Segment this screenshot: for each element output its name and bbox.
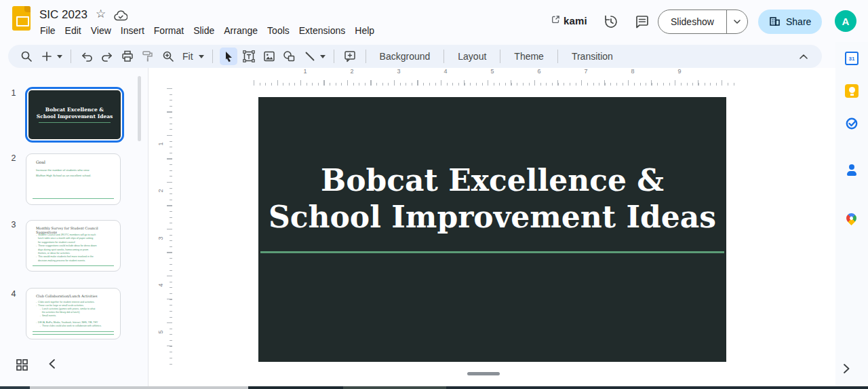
insert-image-icon[interactable] — [260, 48, 278, 65]
horizontal-ruler — [254, 77, 735, 86]
insert-shape-icon[interactable] — [281, 48, 298, 65]
slide-title-line-1: Bobcat Excellence & — [258, 162, 726, 199]
slide-3-accent-line — [33, 265, 114, 266]
account-avatar[interactable]: A — [835, 10, 856, 32]
google-side-panel: 31 — [835, 42, 868, 386]
redo-icon[interactable] — [98, 48, 116, 65]
menu-tools[interactable]: Tools — [262, 24, 294, 37]
insert-comment-icon[interactable] — [341, 48, 359, 65]
menu-arrange[interactable]: Arrange — [219, 24, 262, 37]
h-ruler-8: 8 — [629, 68, 636, 75]
share-label: Share — [786, 16, 811, 27]
h-ruler-9: 9 — [675, 68, 683, 75]
grid-view-icon[interactable] — [16, 359, 28, 373]
slide-4-thumbnail[interactable]: Club Collaboration/Lunch Activities - Cl… — [26, 288, 121, 339]
menu-slide[interactable]: Slide — [189, 24, 219, 37]
slide-2-accent-line — [33, 198, 114, 199]
keep-icon[interactable] — [845, 84, 859, 98]
tasks-icon[interactable] — [845, 117, 859, 133]
bottom-strip-segment — [30, 386, 248, 389]
slide-2-title: Goal — [36, 160, 45, 164]
star-icon[interactable]: ☆ — [96, 8, 106, 20]
theme-button[interactable]: Theme — [507, 48, 551, 64]
h-ruler-1: 1 — [301, 68, 309, 75]
menu-extensions[interactable]: Extensions — [294, 24, 350, 37]
text-box-icon[interactable] — [240, 48, 258, 65]
menu-help[interactable]: Help — [350, 24, 379, 37]
slideshow-dropdown[interactable] — [727, 20, 747, 24]
expand-side-panel-icon[interactable] — [844, 364, 850, 376]
menu-view[interactable]: View — [86, 24, 116, 37]
google-slides-logo[interactable] — [12, 6, 31, 31]
slideshow-label: Slideshow — [658, 16, 726, 27]
slide-accent-line — [260, 251, 724, 253]
menu-format[interactable]: Format — [149, 24, 189, 37]
slide-1-accent-line — [39, 122, 111, 123]
menu-insert[interactable]: Insert — [116, 24, 149, 37]
insert-line-dropdown-icon[interactable] — [319, 55, 327, 58]
slide-3-thumbnail[interactable]: Monthly Survey for Student Council Sugge… — [26, 220, 121, 272]
slide-2-body: Increase the number of students who view… — [36, 168, 116, 179]
slide-canvas-area: 1 2 3 4 5 6 7 8 9 1 2 3 4 5 Bobcat Excel… — [148, 68, 835, 386]
speaker-notes-handle[interactable] — [467, 372, 500, 375]
slide-3-number: 3 — [8, 220, 19, 229]
external-link-icon — [551, 14, 560, 26]
zoom-fit-dropdown-icon[interactable] — [197, 55, 205, 58]
h-ruler-2: 2 — [348, 68, 355, 75]
menu-bar: File Edit View Insert Format Slide Arran… — [35, 24, 379, 37]
menu-edit[interactable]: Edit — [60, 24, 86, 37]
slide-3-body: - Student Council and JROTC members will… — [36, 234, 116, 263]
slide-4-title: Club Collaboration/Lunch Activities — [36, 294, 98, 298]
paint-format-icon[interactable] — [139, 48, 157, 65]
comments-icon[interactable] — [634, 14, 650, 33]
new-slide-icon[interactable] — [38, 48, 56, 65]
slide-1-thumbnail[interactable]: Bobcat Excellence & School Improvement I… — [25, 87, 124, 143]
v-ruler-1: 1 — [157, 141, 164, 147]
bottom-strip-segment — [248, 386, 343, 389]
select-tool-icon[interactable] — [220, 48, 237, 65]
collapse-filmstrip-icon[interactable] — [49, 359, 55, 371]
search-menus-icon[interactable] — [18, 48, 35, 65]
slide-2-number: 2 — [8, 153, 19, 163]
bottom-strip-segment — [343, 386, 446, 389]
print-icon[interactable] — [119, 48, 136, 65]
slide-4-accent-line-upper — [33, 331, 114, 332]
contacts-icon[interactable] — [845, 164, 859, 177]
google-slides-app: SIC 2023 ☆ File Edit View Insert Format … — [0, 0, 868, 389]
insert-line-icon[interactable] — [301, 48, 319, 65]
hide-menus-icon[interactable] — [795, 48, 812, 65]
current-slide[interactable]: Bobcat Excellence & School Improvement I… — [258, 97, 726, 362]
slide-1-title: Bobcat Excellence & School Improvement I… — [37, 107, 113, 120]
cloud-saved-icon[interactable] — [114, 10, 127, 24]
v-ruler-2: 2 — [157, 187, 164, 193]
h-ruler-3: 3 — [395, 68, 402, 75]
slide-title-line-2: School Improvement Ideas — [258, 199, 726, 236]
h-ruler-6: 6 — [535, 68, 542, 75]
layout-button[interactable]: Layout — [451, 48, 493, 64]
bottom-strip-segment — [446, 386, 868, 389]
maps-icon[interactable] — [844, 211, 859, 225]
vertical-ruler — [166, 88, 172, 368]
slide-2-thumbnail[interactable]: Goal Increase the number of students who… — [26, 153, 121, 205]
menu-file[interactable]: File — [35, 24, 60, 37]
slide-4-body: - Clubs work together for student intere… — [36, 301, 116, 329]
calendar-icon[interactable]: 31 — [845, 52, 859, 65]
zoom-icon[interactable] — [159, 48, 177, 65]
slide-4-accent-line — [33, 334, 114, 335]
document-title[interactable]: SIC 2023 — [39, 8, 87, 22]
v-ruler-4: 4 — [157, 282, 164, 288]
version-history-icon[interactable] — [603, 14, 619, 33]
slide-1-preview: Bobcat Excellence & School Improvement I… — [28, 90, 121, 139]
kami-extension-button[interactable]: kami — [551, 14, 587, 26]
new-slide-dropdown-icon[interactable] — [56, 55, 64, 58]
slide-4-number: 4 — [8, 289, 19, 299]
background-button[interactable]: Background — [373, 48, 437, 64]
domain-share-icon — [769, 15, 781, 29]
transition-button[interactable]: Transition — [565, 48, 620, 64]
undo-icon[interactable] — [78, 48, 96, 65]
slideshow-button[interactable]: Slideshow — [658, 10, 748, 34]
filmstrip-scrollbar[interactable] — [138, 76, 141, 141]
zoom-fit-select[interactable]: Fit — [180, 51, 197, 62]
share-button[interactable]: Share — [758, 10, 822, 34]
v-ruler-3: 3 — [157, 235, 164, 241]
